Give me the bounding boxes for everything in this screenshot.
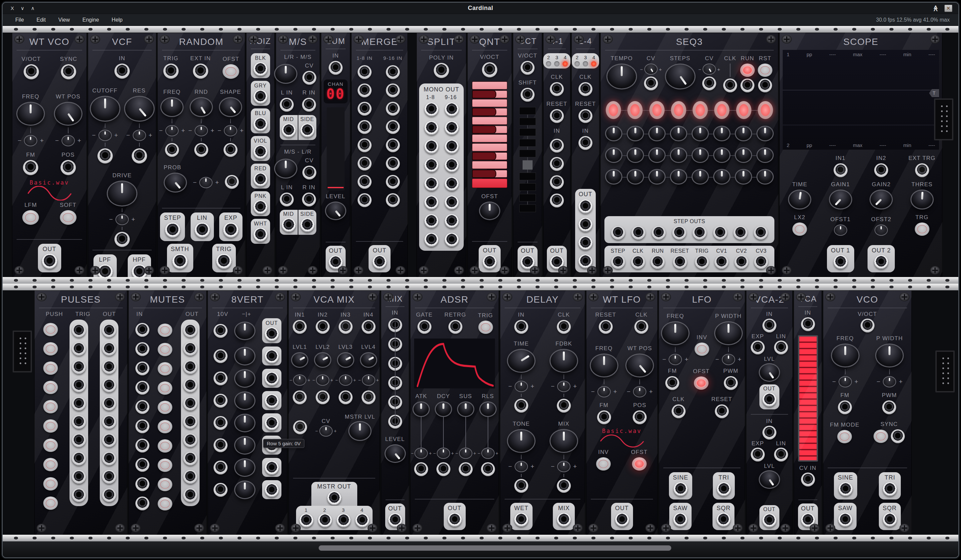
run-button-lit[interactable] xyxy=(740,64,755,77)
out-jack-a[interactable] xyxy=(762,393,776,407)
step-button-lit[interactable] xyxy=(606,101,621,119)
pnk-out-jack[interactable] xyxy=(254,200,267,214)
rst-button[interactable] xyxy=(758,64,772,77)
pulse-out-jack[interactable] xyxy=(102,433,116,447)
res-cv-jack[interactable] xyxy=(132,148,147,164)
drive-trim-knob[interactable] xyxy=(116,214,129,225)
voct-jack[interactable] xyxy=(482,62,497,77)
module-vco[interactable]: VCO V/OCT FREQ−+ P WIDTH−+ FM PWM FM MOD… xyxy=(823,290,912,535)
wtpos-knob[interactable] xyxy=(625,353,654,377)
sine-out-jack[interactable] xyxy=(673,482,688,496)
cv3-knob[interactable] xyxy=(648,169,665,185)
mute-out-jack[interactable] xyxy=(183,397,197,411)
lvl-knob-b[interactable] xyxy=(759,470,780,489)
step-out-jack[interactable] xyxy=(652,226,665,240)
white-key[interactable] xyxy=(472,143,507,151)
push-button[interactable] xyxy=(43,381,58,394)
v8-gain-knob[interactable] xyxy=(234,347,256,366)
freq-cv-jack[interactable] xyxy=(165,143,179,157)
split-out-jack[interactable] xyxy=(424,177,439,191)
step-button-lit[interactable] xyxy=(693,101,708,119)
trig-in-jack[interactable] xyxy=(72,379,86,392)
cv1-knob[interactable] xyxy=(605,126,622,141)
minimize-button[interactable]: ∨ xyxy=(21,5,24,11)
ext-in-jack[interactable] xyxy=(193,64,208,79)
trg-button[interactable] xyxy=(915,223,929,236)
level-knob[interactable] xyxy=(384,444,406,463)
v8-gain-knob[interactable] xyxy=(234,436,256,454)
v8-out-jack[interactable] xyxy=(265,327,279,341)
mix-knob[interactable] xyxy=(550,429,578,453)
v8-in-jack[interactable] xyxy=(214,394,228,408)
step-out-jack[interactable] xyxy=(754,226,768,240)
gain2-knob[interactable] xyxy=(869,189,893,210)
clk-jack[interactable] xyxy=(634,320,648,334)
smth-out-jack[interactable] xyxy=(172,254,188,269)
ch3-out-jack[interactable] xyxy=(337,513,350,528)
cv2-knob[interactable] xyxy=(627,147,644,163)
freq-knob[interactable] xyxy=(16,102,45,126)
module-1-4[interactable]: 1-4 2 3 4 CLK RESET IN OUT xyxy=(572,32,599,277)
merge-in-jack[interactable] xyxy=(386,120,400,134)
mute-in-jack[interactable] xyxy=(135,439,149,452)
cv3-knob[interactable] xyxy=(691,169,709,185)
clk-jack[interactable] xyxy=(672,404,686,418)
cv3-out-jack[interactable] xyxy=(754,255,768,269)
mstr-lvl-knob[interactable] xyxy=(348,421,371,441)
in1-jack[interactable] xyxy=(293,320,307,334)
merge-in-jack[interactable] xyxy=(358,65,371,79)
shift-jack[interactable] xyxy=(521,88,535,102)
fm-jack[interactable] xyxy=(597,410,611,424)
merge-in-jack[interactable] xyxy=(386,157,400,171)
step-out-jack[interactable] xyxy=(672,226,686,240)
cv2-trim[interactable] xyxy=(316,374,329,386)
drive-knob[interactable] xyxy=(107,181,137,207)
in3-jack[interactable] xyxy=(339,320,353,334)
tempo-knob[interactable] xyxy=(606,64,637,90)
out-jack-2[interactable] xyxy=(579,218,593,232)
module-delay[interactable]: DELAY IN CLK TIME−+ FDBK−+ TONE−+ MIX−+ … xyxy=(500,290,585,535)
mix-in-jack[interactable] xyxy=(388,395,402,409)
module-mix[interactable]: MIX IN LEVEL OUT xyxy=(381,290,409,535)
voct-jack[interactable] xyxy=(861,319,874,332)
res-knob[interactable] xyxy=(124,96,155,122)
cv1-knob[interactable] xyxy=(670,126,687,141)
octave-slot[interactable] xyxy=(519,173,536,180)
trig-out-jack[interactable] xyxy=(695,255,709,269)
mute-button[interactable] xyxy=(157,459,172,472)
out-jack[interactable] xyxy=(373,255,387,269)
module-sum[interactable]: SUM IN CHAN 00 LEVEL OUT xyxy=(321,32,350,277)
v8-gain-knob[interactable] xyxy=(234,481,256,499)
fdbk-cv-jack[interactable] xyxy=(557,399,571,413)
octave-slot[interactable] xyxy=(519,183,536,191)
fm-jack[interactable] xyxy=(23,160,38,175)
trig-in-jack[interactable] xyxy=(72,324,86,337)
dcy-cv-jack[interactable] xyxy=(436,462,450,476)
trig-jack[interactable] xyxy=(163,64,178,79)
inv-button[interactable] xyxy=(596,457,611,470)
in-jack-a[interactable] xyxy=(762,319,776,332)
lx2-button[interactable] xyxy=(792,223,807,236)
split-out-jack[interactable] xyxy=(445,214,459,228)
module-mutes[interactable]: MUTES IN OUT xyxy=(129,290,207,535)
split-out-jack[interactable] xyxy=(445,196,459,210)
split-out-jack[interactable] xyxy=(445,233,459,247)
pulse-out-jack[interactable] xyxy=(102,470,116,484)
steps-knob[interactable] xyxy=(665,64,696,90)
merge-in-jack[interactable] xyxy=(386,65,400,79)
v8-in-jack[interactable] xyxy=(214,416,228,430)
merge-in-jack[interactable] xyxy=(358,102,371,116)
menu-help[interactable]: Help xyxy=(112,17,123,23)
mute-out-jack[interactable] xyxy=(183,488,197,502)
v8-gain-knob[interactable] xyxy=(234,369,256,388)
time-trim[interactable] xyxy=(514,381,528,392)
saw-out-jack[interactable] xyxy=(673,513,687,527)
cv1-knob[interactable] xyxy=(691,126,709,141)
cutoff-cv-jack[interactable] xyxy=(98,148,113,164)
cv1-jack[interactable] xyxy=(293,390,307,404)
blk-out-jack[interactable] xyxy=(254,62,267,76)
scope-screen[interactable]: 1pp----max----min---- T 2pp----max----mi… xyxy=(783,50,939,150)
split-out-jack[interactable] xyxy=(445,177,459,191)
mute-button[interactable] xyxy=(157,497,172,510)
step-button-lit[interactable] xyxy=(714,101,730,119)
